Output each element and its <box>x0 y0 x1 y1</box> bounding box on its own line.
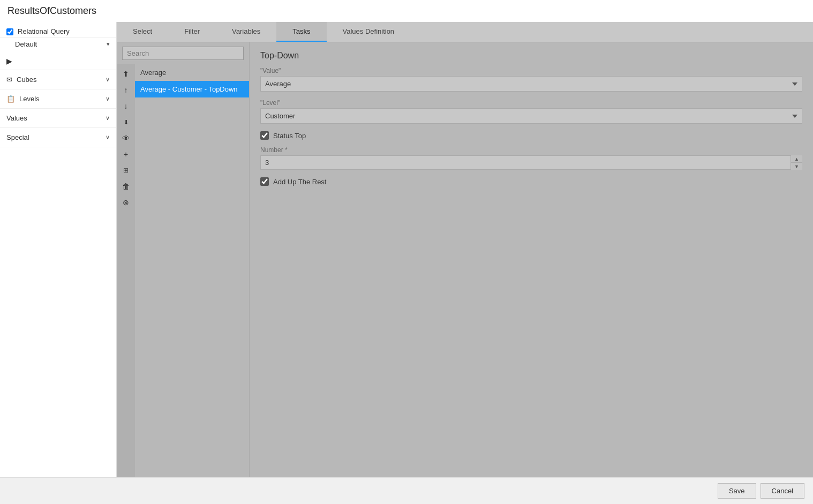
cubes-label: Cubes <box>17 76 106 84</box>
cancel-button[interactable]: Cancel <box>761 483 804 499</box>
default-label: Default <box>15 40 37 48</box>
tab-select[interactable]: Select <box>117 22 168 42</box>
levels-chevron-icon: ∨ <box>106 95 110 102</box>
page-title: ResultsOfCustomers <box>0 0 813 22</box>
number-input[interactable] <box>260 155 802 170</box>
right-panel: Select Filter Variables Tasks Values Def… <box>117 22 813 502</box>
spinner-down-button[interactable]: ▼ <box>791 163 802 170</box>
detail-title: Top-Down <box>260 51 802 61</box>
move-down-button[interactable]: ↓ <box>119 100 132 112</box>
level-form-group: "Level" Customer Region Country <box>260 99 802 124</box>
value-form-group: "Value" Average Sum Min Max <box>260 67 802 92</box>
move-bottom-button[interactable]: ⬇ <box>119 116 132 129</box>
detail-panel: Top-Down "Value" Average Sum Min Max "Le… <box>250 42 813 502</box>
relational-query-label: Relational Query <box>18 27 70 35</box>
tabs-bar: Select Filter Variables Tasks Values Def… <box>117 22 813 42</box>
cubes-header[interactable]: ✉ Cubes ∨ <box>0 70 116 89</box>
special-chevron-icon: ∨ <box>106 134 110 141</box>
values-label: Values <box>6 114 106 122</box>
add-copy-button[interactable]: ⊞ <box>119 164 132 177</box>
sidebar-section-values: Values ∨ <box>0 109 116 128</box>
tab-variables[interactable]: Variables <box>216 22 276 42</box>
levels-label: Levels <box>19 95 106 103</box>
spinner-up-button[interactable]: ▲ <box>791 155 802 163</box>
save-button[interactable]: Save <box>718 483 756 499</box>
value-label: "Value" <box>260 67 802 74</box>
sidebar-section-levels: 📋 Levels ∨ <box>0 89 116 109</box>
sidebar-section-special: Special ∨ <box>0 128 116 147</box>
relational-query-section: Relational Query <box>0 22 116 38</box>
values-chevron-icon: ∨ <box>106 115 110 122</box>
search-input[interactable] <box>122 47 244 60</box>
cancel-item-button[interactable]: ⊗ <box>119 196 132 209</box>
sidebar: Relational Query Default ▾ ▶ ✉ Cubes ∨ 📋… <box>0 22 117 502</box>
list-with-toolbar: ⬆ ↑ ↓ ⬇ 👁 + ⊞ 🗑 ⊗ Average Average - Cust… <box>117 64 249 502</box>
tab-values-definition[interactable]: Values Definition <box>327 22 411 42</box>
add-up-rest-checkbox[interactable] <box>260 177 269 186</box>
values-header[interactable]: Values ∨ <box>0 109 116 127</box>
value-select[interactable]: Average Sum Min Max <box>260 76 802 92</box>
sidebar-section-cubes: ✉ Cubes ∨ <box>0 70 116 89</box>
play-icon: ▶ <box>6 57 12 65</box>
footer: Save Cancel <box>0 477 813 504</box>
add-up-rest-row: Add Up The Rest <box>260 177 802 186</box>
levels-icon: 📋 <box>6 95 15 103</box>
move-top-button[interactable]: ⬆ <box>119 67 132 80</box>
add-up-rest-label: Add Up The Rest <box>273 178 326 186</box>
special-label: Special <box>6 133 106 141</box>
cubes-chevron-icon: ∨ <box>106 76 110 83</box>
cubes-icon: ✉ <box>6 76 12 84</box>
list-item[interactable]: Average - Customer - TopDown <box>135 81 249 97</box>
move-up-button[interactable]: ↑ <box>119 84 132 96</box>
number-form-group: Number * ▲ ▼ <box>260 146 802 170</box>
tab-tasks[interactable]: Tasks <box>276 22 326 42</box>
list-panel: ⬆ ↑ ↓ ⬇ 👁 + ⊞ 🗑 ⊗ Average Average - Cust… <box>117 42 250 502</box>
list-toolbar: ⬆ ↑ ↓ ⬇ 👁 + ⊞ 🗑 ⊗ <box>117 64 135 502</box>
number-label: Number * <box>260 146 802 154</box>
status-top-row: Status Top <box>260 131 802 140</box>
number-spinners: ▲ ▼ <box>791 155 802 170</box>
level-select[interactable]: Customer Region Country <box>260 108 802 124</box>
add-button[interactable]: + <box>119 148 132 161</box>
default-row: Default ▾ <box>0 38 116 52</box>
levels-header[interactable]: 📋 Levels ∨ <box>0 89 116 108</box>
play-button[interactable]: ▶ <box>0 52 116 70</box>
status-top-label: Status Top <box>273 132 306 140</box>
delete-button[interactable]: 🗑 <box>119 180 132 193</box>
list-item[interactable]: Average <box>135 64 249 81</box>
number-input-wrap: ▲ ▼ <box>260 155 802 170</box>
special-header[interactable]: Special ∨ <box>0 128 116 147</box>
tab-filter[interactable]: Filter <box>168 22 216 42</box>
preview-button[interactable]: 👁 <box>119 132 132 145</box>
default-dropdown-icon[interactable]: ▾ <box>107 41 110 48</box>
status-top-checkbox[interactable] <box>260 131 269 140</box>
search-bar <box>117 42 249 64</box>
list-items: Average Average - Customer - TopDown <box>135 64 249 502</box>
level-label: "Level" <box>260 99 802 107</box>
content-area: ⬆ ↑ ↓ ⬇ 👁 + ⊞ 🗑 ⊗ Average Average - Cust… <box>117 42 813 502</box>
relational-query-checkbox[interactable] <box>6 28 13 35</box>
